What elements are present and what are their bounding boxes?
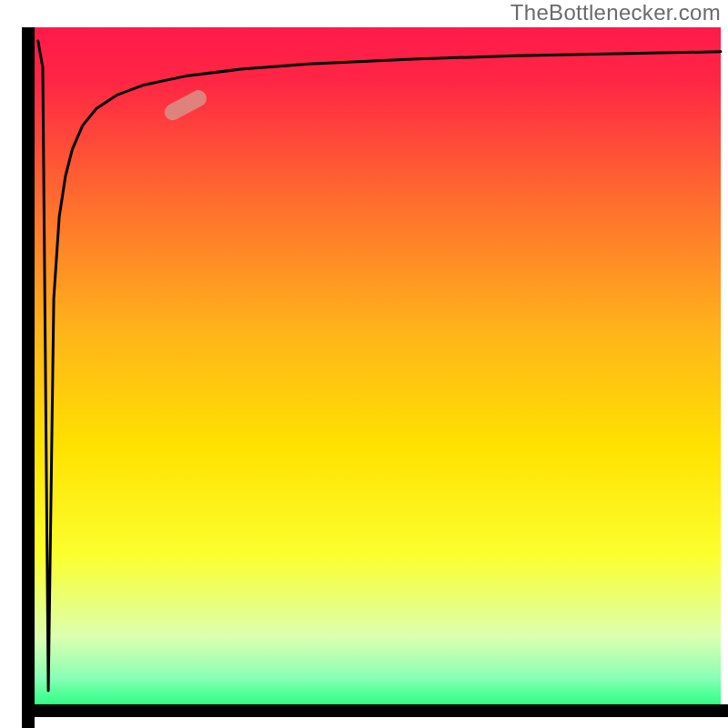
- plot-area: [22, 27, 728, 728]
- x-axis: [22, 704, 728, 717]
- watermark-text: TheBottlenecker.com: [511, 0, 721, 25]
- y-axis: [22, 27, 35, 728]
- chart-container: TheBottlenecker.com: [0, 0, 728, 728]
- gradient-background: [35, 27, 721, 704]
- chart-svg: [0, 0, 728, 728]
